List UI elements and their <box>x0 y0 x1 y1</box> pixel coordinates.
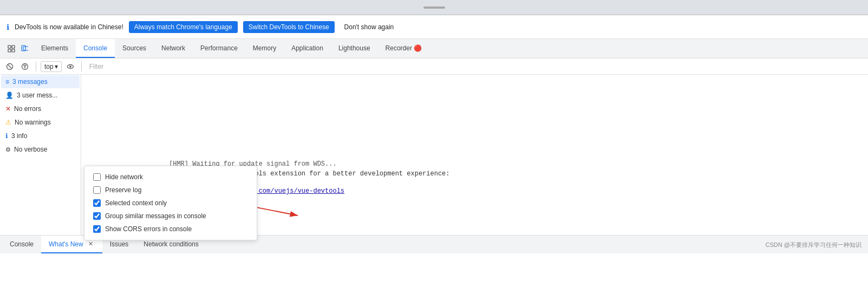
context-selector[interactable]: top ▾ <box>41 61 62 72</box>
dont-show-again-button[interactable]: Don't show again <box>340 21 399 33</box>
info-icon: ℹ <box>6 23 9 31</box>
info-circle-icon: ℹ <box>5 132 8 140</box>
console-output: [HMR] Waiting for update signal from WDS… <box>162 75 868 253</box>
tab-performance[interactable]: Performance <box>193 39 245 58</box>
dropdown-hide-network[interactable]: Hide network <box>84 171 257 184</box>
sidebar-item-warnings[interactable]: ⚠ No warnings <box>1 116 80 129</box>
dropdown-selected-context[interactable]: Selected context only <box>84 197 257 210</box>
tab-application[interactable]: Application <box>284 39 331 58</box>
console-line-link: https://github.com/vuejs/vue-devtools <box>162 179 868 204</box>
main-area: ≡ 3 messages 👤 3 user mess... ✕ No error… <box>0 75 868 253</box>
tab-network[interactable]: Network <box>154 39 193 58</box>
dropdown-preserve-log[interactable]: Preserve log <box>84 184 257 197</box>
sidebar-item-errors[interactable]: ✕ No errors <box>1 102 80 115</box>
clear-console-button[interactable] <box>3 61 16 72</box>
tab-recorder[interactable]: Recorder 🔴 <box>378 39 430 58</box>
cors-errors-checkbox[interactable] <box>93 225 101 233</box>
tab-memory[interactable]: Memory <box>245 39 284 58</box>
sidebar-item-info[interactable]: ℹ 3 info <box>1 129 80 142</box>
sidebar-item-messages[interactable]: ≡ 3 messages <box>1 75 80 88</box>
sidebar-item-verbose[interactable]: ⚙ No verbose <box>1 143 80 156</box>
whats-new-close-button[interactable]: ✕ <box>87 240 95 248</box>
context-label: top <box>44 63 54 70</box>
console-line-download: Download the Vue Devtools extension for … <box>162 169 868 179</box>
console-settings-dropdown: Hide network Preserve log Selected conte… <box>84 166 257 240</box>
filter-input[interactable] <box>86 63 865 70</box>
context-dropdown-icon: ▾ <box>55 63 58 70</box>
user-icon: 👤 <box>5 92 14 99</box>
group-similar-checkbox[interactable] <box>93 212 101 220</box>
console-prompt[interactable]: > <box>162 213 868 223</box>
browser-bar <box>0 0 868 15</box>
console-line-number: 11 <box>162 204 868 213</box>
svg-rect-2 <box>8 49 11 52</box>
devtools-tab-bar: Elements Console Sources Network Perform… <box>0 39 868 58</box>
tab-lighthouse[interactable]: Lighthouse <box>331 39 378 58</box>
svg-rect-1 <box>12 45 15 48</box>
tab-sources[interactable]: Sources <box>115 39 154 58</box>
info-banner: ℹ DevTools is now available in Chinese! … <box>0 15 868 39</box>
bottom-tab-console[interactable]: Console <box>2 236 41 253</box>
filter-toggle-button[interactable] <box>18 61 31 72</box>
sidebar-item-user-messages[interactable]: 👤 3 user mess... <box>1 89 80 102</box>
svg-point-13 <box>69 66 71 68</box>
svg-rect-3 <box>12 49 15 52</box>
warning-icon: ⚠ <box>5 119 11 126</box>
svg-line-7 <box>8 64 12 68</box>
eye-icon[interactable] <box>64 61 77 72</box>
error-icon: ✕ <box>5 105 11 113</box>
console-line-hmr: [HMR] Waiting for update signal from WDS… <box>162 159 868 169</box>
device-toggle-icon[interactable] <box>18 43 30 55</box>
console-toolbar: top ▾ <box>0 58 868 75</box>
dropdown-group-similar[interactable]: Group similar messages in console <box>84 210 257 223</box>
drag-handle <box>423 6 445 9</box>
preserve-log-checkbox[interactable] <box>93 186 101 194</box>
verbose-icon: ⚙ <box>5 146 11 153</box>
dropdown-cors-errors[interactable]: Show CORS errors in console <box>84 223 257 236</box>
tab-console[interactable]: Console <box>76 39 115 58</box>
hide-network-checkbox[interactable] <box>93 173 101 181</box>
selected-context-checkbox[interactable] <box>93 199 101 207</box>
list-icon: ≡ <box>5 78 9 86</box>
switch-to-chinese-button[interactable]: Switch DevTools to Chinese <box>243 21 335 33</box>
info-banner-text: DevTools is now available in Chinese! <box>15 23 123 31</box>
svg-rect-0 <box>8 45 11 48</box>
tab-elements[interactable]: Elements <box>34 39 76 58</box>
always-match-language-button[interactable]: Always match Chrome's language <box>129 21 238 33</box>
sidebar: ≡ 3 messages 👤 3 user mess... ✕ No error… <box>0 75 81 253</box>
tab-icon-group <box>2 39 34 58</box>
watermark: CSDN @不要排斥学习任何一种知识 <box>766 241 862 249</box>
inspect-element-icon[interactable] <box>5 43 17 55</box>
